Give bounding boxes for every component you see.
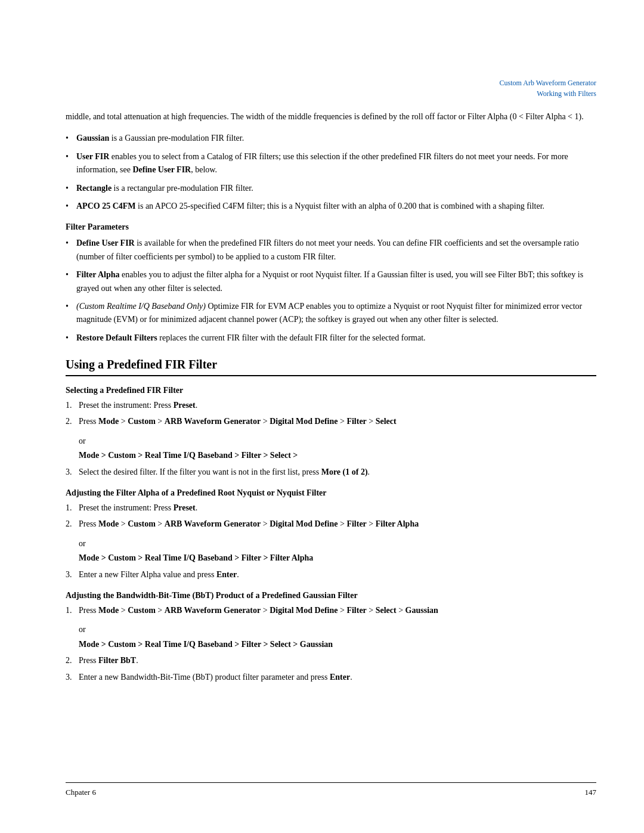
- s3-step1-text: Press Mode > Custom > ARB Waveform Gener…: [79, 606, 438, 615]
- s1-step2-text: Press Mode > Custom > ARB Waveform Gener…: [79, 417, 397, 426]
- s1-step1-bold: Preset: [174, 401, 196, 410]
- bullet-rectangle-text: is a rectangular pre-modulation FIR filt…: [112, 184, 253, 193]
- s1-step3-text: Select the desired filter. If the filter…: [79, 467, 370, 476]
- bullet-rectangle: Rectangle is a rectangular pre-modulatio…: [66, 182, 596, 195]
- page: Custom Arb Waveform Generator Working wi…: [0, 0, 644, 833]
- section2-step2: 2. Press Mode > Custom > ARB Waveform Ge…: [66, 518, 596, 531]
- section3-indent: Mode > Custom > Real Time I/Q Baseband >…: [79, 638, 596, 651]
- section2-step3: 3. Enter a new Filter Alpha value and pr…: [66, 568, 596, 581]
- section2-step3-list: 3. Enter a new Filter Alpha value and pr…: [66, 568, 596, 581]
- footer-left: Chpater 6: [66, 788, 96, 797]
- intro-paragraph: middle, and total attenuation at high fr…: [66, 110, 596, 123]
- bullet-user-fir: User FIR enables you to select from a Ca…: [66, 150, 596, 177]
- section3-step2: 2. Press Filter BbT.: [66, 654, 596, 667]
- breadcrumb-line2: Working with Filters: [500, 88, 596, 99]
- bullet-filter-alpha-bold: Filter Alpha: [76, 270, 119, 279]
- section2-step1: 1. Preset the instrument: Press Preset.: [66, 501, 596, 515]
- bullet-gaussian-text: is a Gaussian pre-modulation FIR filter.: [109, 134, 244, 143]
- s3-step2-text: Press Filter BbT.: [79, 656, 138, 665]
- section3-or: or: [79, 623, 596, 636]
- s1-step1-text: Preset the instrument: Press Preset.: [79, 401, 197, 410]
- breadcrumb-line1: Custom Arb Waveform Generator: [500, 78, 596, 88]
- section2-steps: 1. Preset the instrument: Press Preset. …: [66, 501, 596, 531]
- bullet-optimize-italic: (Custom Realtime I/Q Baseband Only): [76, 302, 206, 311]
- section1-indent: Mode > Custom > Real Time I/Q Baseband >…: [79, 449, 596, 462]
- section3-heading: Adjusting the Bandwidth-Bit-Time (BbT) P…: [66, 591, 596, 600]
- section1-step3-list: 3. Select the desired filter. If the fil…: [66, 466, 596, 479]
- section2-heading: Adjusting the Filter Alpha of a Predefin…: [66, 488, 596, 498]
- bullet-restore-bold: Restore Default Filters: [76, 333, 157, 342]
- bullet-filter-alpha-text: enables you to adjust the filter alpha f…: [76, 270, 583, 292]
- section3-step1: 1. Press Mode > Custom > ARB Waveform Ge…: [66, 604, 596, 617]
- bullet-restore-text: replaces the current FIR filter with the…: [157, 333, 426, 342]
- bullet-apco-bold: APCO 25 C4FM: [76, 202, 136, 210]
- bullet-define-fir-text: is available for when the predefined FIR…: [76, 239, 579, 261]
- footer: Chpater 6 147: [66, 782, 596, 797]
- bullet-rectangle-bold: Rectangle: [76, 184, 112, 193]
- section1-steps: 1. Preset the instrument: Press Preset. …: [66, 399, 596, 429]
- bullet-apco-text: is an APCO 25-specified C4FM filter; thi…: [136, 202, 545, 210]
- section2-or: or: [79, 537, 596, 550]
- bullet-gaussian-bold: Gaussian: [76, 134, 109, 143]
- section1-or: or: [79, 435, 596, 448]
- bullet-define-fir-bold: Define User FIR: [76, 239, 135, 247]
- section3-steps: 1. Press Mode > Custom > ARB Waveform Ge…: [66, 604, 596, 617]
- s2-step1-text: Preset the instrument: Press Preset.: [79, 503, 197, 512]
- bullet-define-user-fir: Define User FIR is available for when th…: [66, 237, 596, 264]
- footer-right: 147: [585, 788, 597, 797]
- section1-step1: 1. Preset the instrument: Press Preset.: [66, 399, 596, 412]
- bullet-optimize-fir: (Custom Realtime I/Q Baseband Only) Opti…: [66, 300, 596, 327]
- bullet-apco: APCO 25 C4FM is an APCO 25-specified C4F…: [66, 200, 596, 213]
- s2-step3-text: Enter a new Filter Alpha value and press…: [79, 570, 239, 579]
- section2-indent: Mode > Custom > Real Time I/Q Baseband >…: [79, 552, 596, 565]
- breadcrumb: Custom Arb Waveform Generator Working wi…: [500, 78, 596, 99]
- section1-step3: 3. Select the desired filter. If the fil…: [66, 466, 596, 479]
- filter-params-bullets: Define User FIR is available for when th…: [66, 237, 596, 345]
- s3-step3-text: Enter a new Bandwidth-Bit-Time (BbT) pro…: [79, 673, 352, 682]
- s2-step2-text: Press Mode > Custom > ARB Waveform Gener…: [79, 519, 419, 528]
- bullet-user-fir-text2: , below.: [191, 165, 217, 174]
- content-area: middle, and total attenuation at high fr…: [66, 110, 596, 690]
- bullet-user-fir-bold: User FIR: [76, 152, 109, 161]
- section1-step2: 2. Press Mode > Custom > ARB Waveform Ge…: [66, 415, 596, 428]
- bullet-gaussian: Gaussian is a Gaussian pre-modulation FI…: [66, 132, 596, 145]
- section1-heading: Selecting a Predefined FIR Filter: [66, 386, 596, 395]
- main-heading: Using a Predefined FIR Filter: [66, 358, 596, 376]
- bullet-restore-default: Restore Default Filters replaces the cur…: [66, 332, 596, 345]
- bullet-filter-alpha: Filter Alpha enables you to adjust the f…: [66, 268, 596, 295]
- section3-step3: 3. Enter a new Bandwidth-Bit-Time (BbT) …: [66, 671, 596, 684]
- bullet-user-fir-ref: Define User FIR: [132, 165, 191, 174]
- bullet-list-1: Gaussian is a Gaussian pre-modulation FI…: [66, 132, 596, 213]
- section3-steps-rest: 2. Press Filter BbT. 3. Enter a new Band…: [66, 654, 596, 684]
- filter-params-heading: Filter Parameters: [66, 222, 596, 232]
